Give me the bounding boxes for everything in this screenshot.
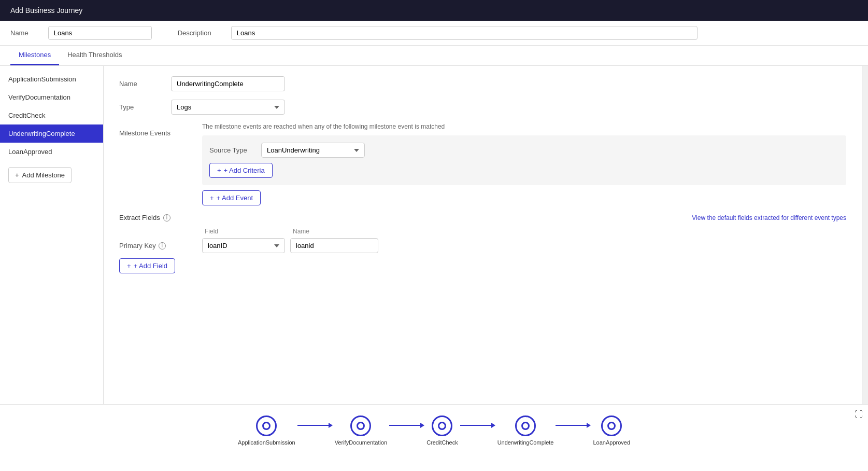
- name-label: Name: [10, 29, 29, 37]
- node-circle-2: [350, 415, 371, 436]
- node-inner-3: [438, 422, 446, 430]
- primary-key-field-select[interactable]: loanID applicationID userID: [202, 238, 285, 253]
- add-criteria-plus-icon: +: [217, 167, 221, 174]
- pipeline-line-4: [556, 425, 587, 426]
- content-area: Name Type Logs Events Metrics Milestone …: [104, 66, 862, 404]
- node-circle-1: [256, 415, 277, 436]
- pipeline-arrow-2: [389, 423, 424, 428]
- extract-fields-info-icon[interactable]: i: [163, 214, 170, 221]
- pipeline-arrow-1: [297, 423, 333, 428]
- main-layout: ApplicationSubmission VerifyDocumentatio…: [0, 66, 868, 404]
- node-label-3: CreditCheck: [426, 439, 458, 446]
- add-field-label: + Add Field: [134, 262, 167, 270]
- primary-key-name-input[interactable]: [290, 238, 378, 253]
- tab-milestones[interactable]: Milestones: [10, 46, 59, 65]
- expand-icon[interactable]: ⛶: [855, 410, 863, 419]
- extract-fields-label: Extract Fields: [119, 214, 160, 221]
- desc-label: Description: [178, 29, 211, 37]
- event-block: Source Type LoanUnderwriting LoanApprova…: [202, 135, 846, 185]
- extract-fields-header: Extract Fields i View the default fields…: [119, 214, 846, 221]
- pipeline-line-1: [297, 425, 329, 426]
- pipeline-arrowhead-3: [491, 423, 495, 428]
- milestone-events-label: Milestone Events: [119, 123, 202, 137]
- pipeline-node-loan-approved: LoanApproved: [593, 415, 630, 446]
- sidebar-item-credit-check[interactable]: CreditCheck: [0, 106, 103, 124]
- milestone-name-input[interactable]: [171, 76, 285, 91]
- source-type-label: Source Type: [209, 146, 261, 154]
- node-label-4: UnderwritingComplete: [497, 439, 554, 446]
- pipeline-line-3: [460, 425, 491, 426]
- add-criteria-button[interactable]: + + Add Criteria: [209, 163, 273, 178]
- tabs-bar: Milestones Health Thresholds: [0, 46, 868, 66]
- pipeline-arrow-4: [556, 423, 591, 428]
- description-input[interactable]: [231, 26, 698, 40]
- pipeline-node-underwriting-complete: UnderwritingComplete: [497, 415, 554, 446]
- node-inner-5: [607, 422, 616, 430]
- sidebar-item-underwriting-complete[interactable]: UnderwritingComplete: [0, 124, 103, 143]
- name-field-label: Name: [119, 80, 171, 88]
- plus-icon: +: [15, 171, 19, 179]
- add-milestone-label: Add Milestone: [22, 171, 65, 179]
- pipeline-arrowhead-1: [329, 423, 333, 428]
- milestone-events-box: The milestone events are reached when an…: [202, 123, 846, 205]
- add-milestone-button[interactable]: + Add Milestone: [8, 167, 72, 183]
- name-row: Name: [119, 76, 846, 91]
- milestone-events-row: Milestone Events The milestone events ar…: [119, 123, 846, 205]
- primary-key-text: Primary Key: [119, 242, 156, 250]
- pipeline-line-2: [389, 425, 420, 426]
- page-title: Add Business Journey: [10, 6, 82, 15]
- name-column-label: Name: [293, 228, 309, 235]
- sidebar-item-application-submission[interactable]: ApplicationSubmission: [0, 70, 103, 88]
- sidebar-item-loan-approved[interactable]: LoanApproved: [0, 143, 103, 161]
- milestone-events-desc: The milestone events are reached when an…: [202, 123, 846, 130]
- type-row: Type Logs Events Metrics: [119, 100, 846, 115]
- add-field-button[interactable]: + + Add Field: [119, 258, 175, 273]
- sidebar: ApplicationSubmission VerifyDocumentatio…: [0, 66, 104, 404]
- bottom-section: ⛶ ApplicationSubmission VerifyDocumentat…: [0, 404, 868, 471]
- type-select[interactable]: Logs Events Metrics: [171, 100, 285, 115]
- pipeline-node-application-submission: ApplicationSubmission: [238, 415, 295, 446]
- type-field-label: Type: [119, 103, 171, 111]
- node-label-2: VerifyDocumentation: [335, 439, 388, 446]
- view-defaults-link[interactable]: View the default fields extracted for di…: [692, 214, 846, 221]
- fields-table-header: Field Name: [119, 228, 846, 235]
- primary-key-row: Primary Key i loanID applicationID userI…: [119, 238, 846, 253]
- extract-fields-section: Extract Fields i View the default fields…: [119, 214, 846, 273]
- source-type-row: Source Type LoanUnderwriting LoanApprova…: [209, 143, 839, 158]
- node-label-5: LoanApproved: [593, 439, 630, 446]
- node-circle-5: [601, 415, 622, 436]
- add-event-button[interactable]: + + Add Event: [202, 190, 261, 205]
- source-type-select[interactable]: LoanUnderwriting LoanApproval CreditChec…: [261, 143, 365, 158]
- node-label-1: ApplicationSubmission: [238, 439, 295, 446]
- node-inner-4: [521, 422, 530, 430]
- pipeline-node-verify-documentation: VerifyDocumentation: [335, 415, 388, 446]
- pipeline-arrowhead-4: [587, 423, 591, 428]
- pipeline-container: ApplicationSubmission VerifyDocumentatio…: [0, 405, 868, 456]
- primary-key-label: Primary Key i: [119, 242, 202, 250]
- node-inner-2: [357, 422, 365, 430]
- node-circle-3: [432, 415, 452, 436]
- scrollbar[interactable]: [862, 66, 868, 404]
- primary-key-info-icon[interactable]: i: [159, 242, 166, 250]
- node-inner-1: [262, 422, 271, 430]
- add-event-plus-icon: +: [210, 194, 214, 202]
- pipeline-arrowhead-2: [420, 423, 424, 428]
- field-column-label: Field: [205, 228, 293, 235]
- extract-fields-title: Extract Fields i: [119, 214, 170, 221]
- name-input[interactable]: [48, 26, 152, 40]
- add-criteria-label: + Add Criteria: [224, 167, 265, 174]
- add-field-plus-icon: +: [127, 262, 131, 270]
- node-circle-4: [515, 415, 536, 436]
- pipeline-node-credit-check: CreditCheck: [426, 415, 458, 446]
- pipeline-arrow-3: [460, 423, 495, 428]
- sidebar-item-verify-documentation[interactable]: VerifyDocumentation: [0, 88, 103, 106]
- add-event-label: + Add Event: [217, 194, 253, 202]
- name-desc-bar: Name Description: [0, 21, 868, 46]
- top-bar: Add Business Journey: [0, 0, 868, 21]
- tab-health-thresholds[interactable]: Health Thresholds: [59, 46, 130, 65]
